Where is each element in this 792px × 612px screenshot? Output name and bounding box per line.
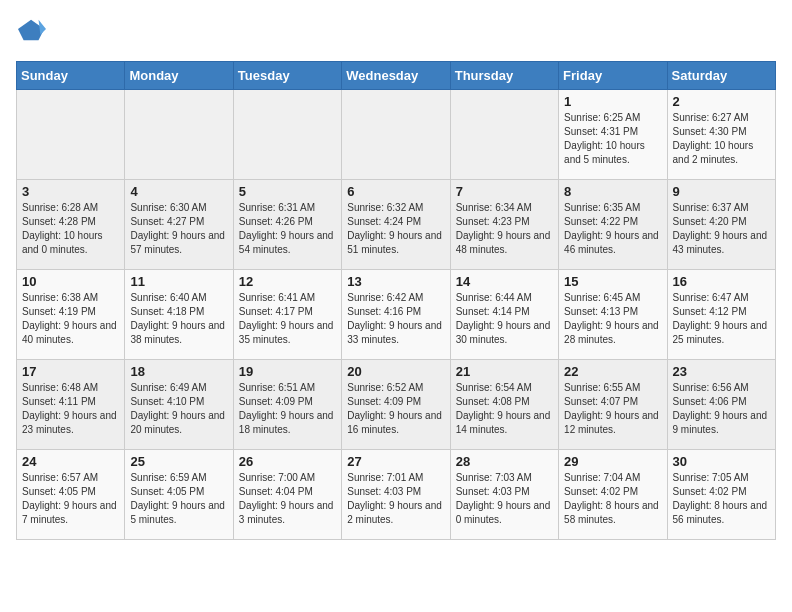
day-number: 12 xyxy=(239,274,336,289)
calendar-cell: 1Sunrise: 6:25 AM Sunset: 4:31 PM Daylig… xyxy=(559,90,667,180)
day-info: Sunrise: 6:48 AM Sunset: 4:11 PM Dayligh… xyxy=(22,381,119,437)
day-number: 4 xyxy=(130,184,227,199)
calendar-cell: 19Sunrise: 6:51 AM Sunset: 4:09 PM Dayli… xyxy=(233,360,341,450)
day-header-tuesday: Tuesday xyxy=(233,62,341,90)
day-info: Sunrise: 6:31 AM Sunset: 4:26 PM Dayligh… xyxy=(239,201,336,257)
day-info: Sunrise: 6:51 AM Sunset: 4:09 PM Dayligh… xyxy=(239,381,336,437)
day-info: Sunrise: 6:45 AM Sunset: 4:13 PM Dayligh… xyxy=(564,291,661,347)
day-info: Sunrise: 7:04 AM Sunset: 4:02 PM Dayligh… xyxy=(564,471,661,527)
day-info: Sunrise: 6:55 AM Sunset: 4:07 PM Dayligh… xyxy=(564,381,661,437)
day-info: Sunrise: 6:42 AM Sunset: 4:16 PM Dayligh… xyxy=(347,291,444,347)
calendar-cell xyxy=(17,90,125,180)
day-info: Sunrise: 7:03 AM Sunset: 4:03 PM Dayligh… xyxy=(456,471,553,527)
calendar-cell: 13Sunrise: 6:42 AM Sunset: 4:16 PM Dayli… xyxy=(342,270,450,360)
calendar-cell: 7Sunrise: 6:34 AM Sunset: 4:23 PM Daylig… xyxy=(450,180,558,270)
day-number: 17 xyxy=(22,364,119,379)
day-header-saturday: Saturday xyxy=(667,62,775,90)
day-header-thursday: Thursday xyxy=(450,62,558,90)
day-info: Sunrise: 7:00 AM Sunset: 4:04 PM Dayligh… xyxy=(239,471,336,527)
calendar-cell: 10Sunrise: 6:38 AM Sunset: 4:19 PM Dayli… xyxy=(17,270,125,360)
day-info: Sunrise: 6:49 AM Sunset: 4:10 PM Dayligh… xyxy=(130,381,227,437)
day-number: 14 xyxy=(456,274,553,289)
day-number: 24 xyxy=(22,454,119,469)
day-info: Sunrise: 6:27 AM Sunset: 4:30 PM Dayligh… xyxy=(673,111,770,167)
calendar-cell: 20Sunrise: 6:52 AM Sunset: 4:09 PM Dayli… xyxy=(342,360,450,450)
calendar-cell: 12Sunrise: 6:41 AM Sunset: 4:17 PM Dayli… xyxy=(233,270,341,360)
day-info: Sunrise: 6:57 AM Sunset: 4:05 PM Dayligh… xyxy=(22,471,119,527)
calendar-cell: 26Sunrise: 7:00 AM Sunset: 4:04 PM Dayli… xyxy=(233,450,341,540)
day-number: 2 xyxy=(673,94,770,109)
day-info: Sunrise: 6:30 AM Sunset: 4:27 PM Dayligh… xyxy=(130,201,227,257)
calendar-cell: 6Sunrise: 6:32 AM Sunset: 4:24 PM Daylig… xyxy=(342,180,450,270)
calendar-cell: 5Sunrise: 6:31 AM Sunset: 4:26 PM Daylig… xyxy=(233,180,341,270)
day-info: Sunrise: 7:05 AM Sunset: 4:02 PM Dayligh… xyxy=(673,471,770,527)
logo-icon xyxy=(18,16,46,44)
day-info: Sunrise: 6:32 AM Sunset: 4:24 PM Dayligh… xyxy=(347,201,444,257)
day-number: 7 xyxy=(456,184,553,199)
day-number: 15 xyxy=(564,274,661,289)
day-header-wednesday: Wednesday xyxy=(342,62,450,90)
calendar-cell: 22Sunrise: 6:55 AM Sunset: 4:07 PM Dayli… xyxy=(559,360,667,450)
calendar-cell: 2Sunrise: 6:27 AM Sunset: 4:30 PM Daylig… xyxy=(667,90,775,180)
day-number: 13 xyxy=(347,274,444,289)
calendar-table: SundayMondayTuesdayWednesdayThursdayFrid… xyxy=(16,61,776,540)
day-number: 16 xyxy=(673,274,770,289)
day-number: 23 xyxy=(673,364,770,379)
calendar-cell: 25Sunrise: 6:59 AM Sunset: 4:05 PM Dayli… xyxy=(125,450,233,540)
calendar-cell: 27Sunrise: 7:01 AM Sunset: 4:03 PM Dayli… xyxy=(342,450,450,540)
logo xyxy=(16,16,46,49)
calendar-cell: 29Sunrise: 7:04 AM Sunset: 4:02 PM Dayli… xyxy=(559,450,667,540)
day-info: Sunrise: 6:44 AM Sunset: 4:14 PM Dayligh… xyxy=(456,291,553,347)
calendar-cell: 3Sunrise: 6:28 AM Sunset: 4:28 PM Daylig… xyxy=(17,180,125,270)
calendar-cell xyxy=(342,90,450,180)
day-number: 10 xyxy=(22,274,119,289)
calendar-cell xyxy=(125,90,233,180)
day-number: 26 xyxy=(239,454,336,469)
calendar-cell xyxy=(450,90,558,180)
day-number: 30 xyxy=(673,454,770,469)
calendar-cell: 14Sunrise: 6:44 AM Sunset: 4:14 PM Dayli… xyxy=(450,270,558,360)
day-info: Sunrise: 6:52 AM Sunset: 4:09 PM Dayligh… xyxy=(347,381,444,437)
calendar-cell: 28Sunrise: 7:03 AM Sunset: 4:03 PM Dayli… xyxy=(450,450,558,540)
calendar-cell: 9Sunrise: 6:37 AM Sunset: 4:20 PM Daylig… xyxy=(667,180,775,270)
calendar-cell: 23Sunrise: 6:56 AM Sunset: 4:06 PM Dayli… xyxy=(667,360,775,450)
day-info: Sunrise: 7:01 AM Sunset: 4:03 PM Dayligh… xyxy=(347,471,444,527)
day-info: Sunrise: 6:40 AM Sunset: 4:18 PM Dayligh… xyxy=(130,291,227,347)
day-number: 18 xyxy=(130,364,227,379)
header xyxy=(16,16,776,49)
calendar-cell: 30Sunrise: 7:05 AM Sunset: 4:02 PM Dayli… xyxy=(667,450,775,540)
calendar-cell: 17Sunrise: 6:48 AM Sunset: 4:11 PM Dayli… xyxy=(17,360,125,450)
day-info: Sunrise: 6:37 AM Sunset: 4:20 PM Dayligh… xyxy=(673,201,770,257)
day-number: 28 xyxy=(456,454,553,469)
day-number: 29 xyxy=(564,454,661,469)
day-info: Sunrise: 6:41 AM Sunset: 4:17 PM Dayligh… xyxy=(239,291,336,347)
day-header-friday: Friday xyxy=(559,62,667,90)
day-info: Sunrise: 6:38 AM Sunset: 4:19 PM Dayligh… xyxy=(22,291,119,347)
day-number: 27 xyxy=(347,454,444,469)
day-number: 11 xyxy=(130,274,227,289)
day-number: 25 xyxy=(130,454,227,469)
calendar-cell: 16Sunrise: 6:47 AM Sunset: 4:12 PM Dayli… xyxy=(667,270,775,360)
calendar-cell: 15Sunrise: 6:45 AM Sunset: 4:13 PM Dayli… xyxy=(559,270,667,360)
day-number: 22 xyxy=(564,364,661,379)
calendar-cell: 11Sunrise: 6:40 AM Sunset: 4:18 PM Dayli… xyxy=(125,270,233,360)
day-number: 5 xyxy=(239,184,336,199)
day-info: Sunrise: 6:47 AM Sunset: 4:12 PM Dayligh… xyxy=(673,291,770,347)
day-info: Sunrise: 6:54 AM Sunset: 4:08 PM Dayligh… xyxy=(456,381,553,437)
calendar-cell xyxy=(233,90,341,180)
day-header-monday: Monday xyxy=(125,62,233,90)
day-info: Sunrise: 6:59 AM Sunset: 4:05 PM Dayligh… xyxy=(130,471,227,527)
day-number: 9 xyxy=(673,184,770,199)
calendar-cell: 8Sunrise: 6:35 AM Sunset: 4:22 PM Daylig… xyxy=(559,180,667,270)
day-header-sunday: Sunday xyxy=(17,62,125,90)
day-number: 1 xyxy=(564,94,661,109)
calendar-cell: 4Sunrise: 6:30 AM Sunset: 4:27 PM Daylig… xyxy=(125,180,233,270)
day-info: Sunrise: 6:35 AM Sunset: 4:22 PM Dayligh… xyxy=(564,201,661,257)
calendar-cell: 21Sunrise: 6:54 AM Sunset: 4:08 PM Dayli… xyxy=(450,360,558,450)
day-number: 20 xyxy=(347,364,444,379)
day-info: Sunrise: 6:34 AM Sunset: 4:23 PM Dayligh… xyxy=(456,201,553,257)
day-number: 6 xyxy=(347,184,444,199)
day-info: Sunrise: 6:56 AM Sunset: 4:06 PM Dayligh… xyxy=(673,381,770,437)
day-number: 21 xyxy=(456,364,553,379)
day-number: 19 xyxy=(239,364,336,379)
